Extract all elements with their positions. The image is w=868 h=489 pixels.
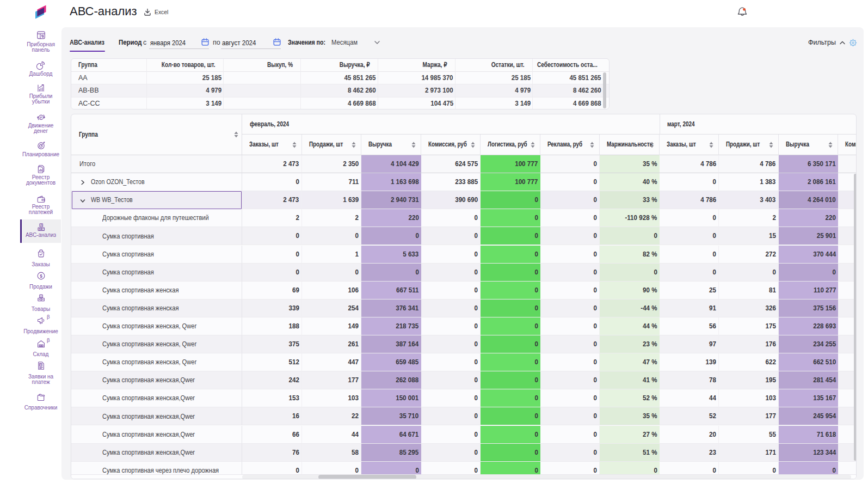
svg-text:B: B <box>39 228 40 230</box>
svg-text:$: $ <box>40 363 41 366</box>
svg-text:A: A <box>40 224 42 227</box>
svg-text:$: $ <box>40 273 42 279</box>
svg-text:C: C <box>42 228 44 230</box>
svg-text:P: P <box>40 116 42 119</box>
